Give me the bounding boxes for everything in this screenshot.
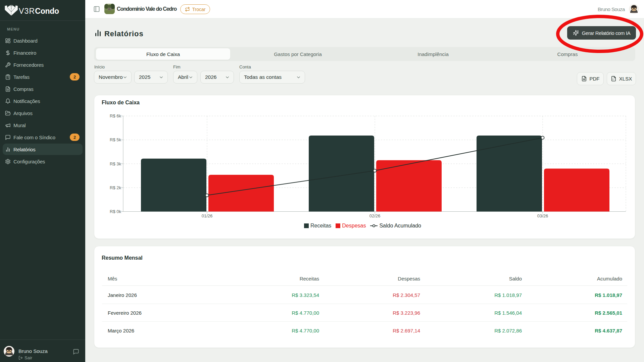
svg-text:01/26: 01/26 (202, 213, 213, 218)
svg-text:R$ 2k: R$ 2k (110, 185, 121, 190)
svg-text:02/26: 02/26 (369, 213, 381, 218)
svg-text:R$ 6k: R$ 6k (110, 113, 121, 118)
svg-text:R$ 3k: R$ 3k (110, 161, 121, 166)
svg-text:R$ 0k: R$ 0k (110, 209, 121, 214)
svg-text:03/26: 03/26 (537, 213, 548, 218)
svg-text:R$ 5k: R$ 5k (110, 137, 121, 142)
